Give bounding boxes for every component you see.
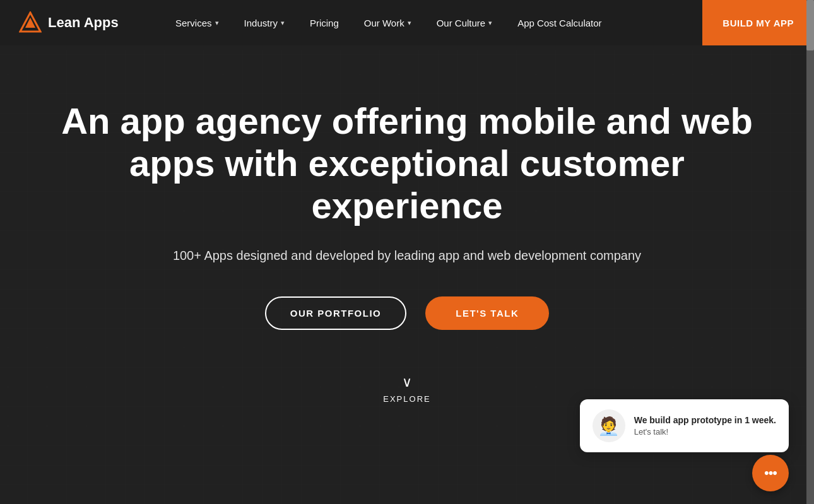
hero-title: An app agency offering mobile and web ap… bbox=[60, 100, 754, 226]
nav-item-our-work[interactable]: Our Work ▾ bbox=[351, 0, 424, 45]
nav-label-industry: Industry bbox=[244, 18, 278, 28]
explore-label: EXPLORE bbox=[383, 394, 430, 404]
chevron-down-icon: ▾ bbox=[488, 19, 492, 27]
nav-label-app-cost: App Cost Calculator bbox=[517, 18, 601, 28]
navigation: Lean Apps Services ▾ Industry ▾ Pricing … bbox=[0, 0, 814, 45]
nav-links: Services ▾ Industry ▾ Pricing Our Work ▾… bbox=[163, 0, 702, 45]
chat-text: We build app prototype in 1 week. Let's … bbox=[634, 415, 776, 437]
chevron-down-icon: ▾ bbox=[408, 19, 411, 27]
logo-link[interactable]: Lean Apps bbox=[0, 11, 163, 34]
logo-icon bbox=[19, 11, 42, 34]
scrollbar[interactable] bbox=[806, 0, 814, 504]
chat-open-button[interactable]: ••• bbox=[752, 455, 789, 491]
hero-subtitle: 100+ Apps designed and developed by lead… bbox=[60, 246, 754, 265]
hero-buttons: OUR PORTFOLIO LET'S TALK bbox=[60, 296, 754, 330]
portfolio-button[interactable]: OUR PORTFOLIO bbox=[265, 296, 407, 330]
lets-talk-button[interactable]: LET'S TALK bbox=[425, 296, 549, 330]
chat-dots-icon: ••• bbox=[764, 465, 777, 481]
chat-title: We build app prototype in 1 week. bbox=[634, 415, 776, 425]
nav-item-app-cost[interactable]: App Cost Calculator bbox=[505, 0, 614, 45]
chat-subtitle: Let's talk! bbox=[634, 427, 776, 437]
nav-item-pricing[interactable]: Pricing bbox=[297, 0, 351, 45]
hero-content: An app agency offering mobile and web ap… bbox=[60, 100, 754, 403]
chevron-down-icon: ∨ bbox=[402, 374, 412, 390]
nav-label-our-culture: Our Culture bbox=[437, 18, 486, 28]
nav-item-industry[interactable]: Industry ▾ bbox=[232, 0, 297, 45]
avatar-emoji: 🧑‍💼 bbox=[598, 416, 620, 437]
scrollbar-thumb[interactable] bbox=[806, 0, 814, 50]
nav-item-our-culture[interactable]: Our Culture ▾ bbox=[424, 0, 505, 45]
nav-label-our-work: Our Work bbox=[364, 18, 404, 28]
build-my-app-button[interactable]: BUILD MY APP bbox=[702, 0, 814, 45]
nav-label-pricing: Pricing bbox=[310, 18, 339, 28]
avatar: 🧑‍💼 bbox=[593, 409, 625, 442]
chevron-down-icon: ▾ bbox=[215, 19, 219, 27]
nav-item-services[interactable]: Services ▾ bbox=[163, 0, 232, 45]
chat-bubble: 🧑‍💼 We build app prototype in 1 week. Le… bbox=[580, 399, 789, 452]
nav-label-services: Services bbox=[175, 18, 212, 28]
chevron-down-icon: ▾ bbox=[281, 19, 285, 27]
logo-text: Lean Apps bbox=[48, 15, 119, 31]
